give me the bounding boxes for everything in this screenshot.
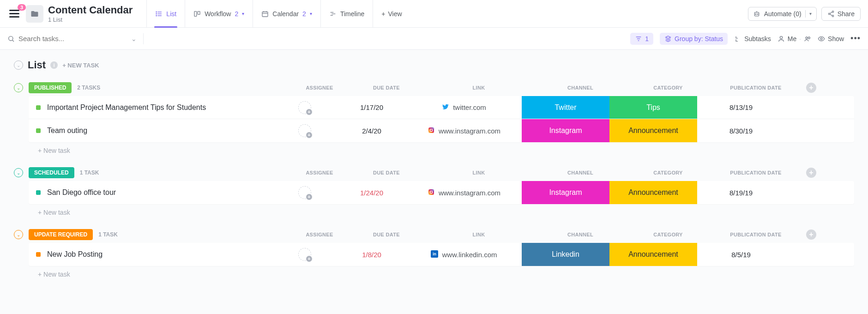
view-label: Timeline — [340, 10, 364, 18]
category-tag[interactable]: Tips — [609, 96, 697, 119]
new-task-button[interactable]: + New task — [38, 271, 854, 278]
column-due-date[interactable]: DUE DATE — [352, 232, 421, 237]
category-tag[interactable]: Announcement — [609, 181, 697, 204]
publication-date[interactable]: 8/30/19 — [697, 127, 785, 135]
task-name[interactable]: Important Project Management Tips for St… — [47, 103, 206, 112]
instagram-icon — [428, 188, 435, 197]
sidebar-toggle[interactable]: 3 — [7, 8, 21, 19]
task-name[interactable]: Team outing — [47, 127, 87, 135]
more-options-button[interactable]: ••• — [850, 34, 861, 43]
collapse-list-button[interactable]: ⌄ — [14, 60, 23, 70]
publication-date[interactable]: 8/5/19 — [697, 251, 785, 259]
channel-tag[interactable]: Linkedin — [522, 243, 609, 266]
filter-button[interactable]: 1 — [630, 33, 653, 45]
link-cell[interactable]: www.instagram.com — [406, 127, 522, 135]
assignee-placeholder[interactable] — [298, 186, 311, 199]
column-publication-date[interactable]: PUBLICATION DATE — [712, 232, 800, 237]
publication-date[interactable]: 8/19/19 — [697, 189, 785, 197]
category-tag[interactable]: Announcement — [609, 119, 697, 142]
share-button[interactable]: Share — [821, 7, 861, 21]
chevron-down-icon[interactable]: ⌄ — [131, 35, 137, 42]
column-assignee[interactable]: ASSIGNEE — [287, 232, 352, 237]
status-dot[interactable] — [36, 190, 41, 195]
me-filter-button[interactable]: Me · — [778, 35, 811, 42]
assignees-icon[interactable] — [804, 35, 811, 42]
assignee-placeholder[interactable] — [298, 248, 311, 261]
link-cell[interactable]: twitter.com — [406, 103, 522, 112]
status-dot[interactable] — [36, 252, 41, 257]
show-button[interactable]: Show — [818, 35, 844, 42]
column-category[interactable]: CATEGORY — [624, 170, 712, 175]
status-pill[interactable]: UPDATE REQUIRED — [29, 229, 93, 240]
column-publication-date[interactable]: PUBLICATION DATE — [712, 85, 800, 91]
column-link[interactable]: LINK — [421, 232, 536, 237]
add-column-button[interactable]: + — [806, 168, 816, 178]
assignee-placeholder[interactable] — [298, 124, 311, 137]
task-count: 1 TASK — [80, 169, 99, 176]
task-row[interactable]: San Diego office tour 1/24/20 www.instag… — [29, 181, 854, 204]
view-tab-timeline[interactable]: Timeline — [320, 0, 373, 28]
add-view-button[interactable]: + View — [373, 0, 410, 28]
due-date[interactable]: 2/4/20 — [337, 127, 406, 135]
new-task-button[interactable]: + New task — [38, 147, 854, 154]
new-task-button[interactable]: + NEW TASK — [62, 62, 99, 69]
svg-point-30 — [806, 37, 808, 39]
linkedin-icon: in — [431, 250, 438, 259]
view-tab-list[interactable]: List — [146, 0, 185, 28]
column-link[interactable]: LINK — [421, 170, 536, 175]
chevron-down-icon[interactable]: ▾ — [809, 11, 812, 16]
add-column-button[interactable]: + — [806, 229, 816, 240]
new-task-button[interactable]: + New task — [38, 209, 854, 216]
due-date[interactable]: 1/8/20 — [337, 251, 406, 259]
task-row[interactable]: Important Project Management Tips for St… — [29, 96, 854, 119]
collapse-group-button[interactable]: ⌄ — [14, 83, 23, 92]
column-channel[interactable]: CHANNEL — [536, 232, 624, 237]
column-channel[interactable]: CHANNEL — [536, 85, 624, 91]
column-publication-date[interactable]: PUBLICATION DATE — [712, 170, 800, 175]
column-assignee[interactable]: ASSIGNEE — [287, 170, 352, 175]
status-pill[interactable]: SCHEDULED — [29, 167, 74, 178]
subtasks-button[interactable]: Subtasks — [734, 35, 771, 42]
view-tab-workflow[interactable]: Workflow 2 ▾ — [185, 0, 253, 28]
due-date[interactable]: 1/24/20 — [337, 189, 406, 197]
link-text: www.instagram.com — [439, 189, 500, 197]
column-due-date[interactable]: DUE DATE — [352, 170, 421, 175]
status-pill[interactable]: PUBLISHED — [29, 82, 72, 93]
column-category[interactable]: CATEGORY — [624, 85, 712, 91]
collapse-group-button[interactable]: ⌄ — [14, 230, 23, 239]
task-row[interactable]: Team outing 2/4/20 www.instagram.com Ins… — [29, 119, 854, 142]
assignee-placeholder[interactable] — [298, 101, 311, 114]
column-category[interactable]: CATEGORY — [624, 232, 712, 237]
collapse-group-button[interactable]: ⌄ — [14, 168, 23, 177]
column-link[interactable]: LINK — [421, 85, 536, 91]
task-name[interactable]: San Diego office tour — [47, 188, 116, 197]
channel-tag[interactable]: Twitter — [522, 96, 609, 119]
svg-rect-7 — [198, 11, 200, 14]
channel-tag[interactable]: Instagram — [522, 119, 609, 142]
status-dot[interactable] — [36, 105, 41, 110]
page-title: Content Calendar — [48, 4, 133, 16]
view-tab-calendar[interactable]: Calendar 2 ▾ — [253, 0, 320, 28]
link-cell[interactable]: www.instagram.com — [406, 188, 522, 197]
svg-point-3 — [156, 12, 157, 12]
status-dot[interactable] — [36, 128, 41, 133]
group-by-button[interactable]: Group by: Status — [660, 33, 728, 45]
me-label: Me — [788, 35, 796, 42]
column-due-date[interactable]: DUE DATE — [352, 85, 421, 91]
channel-tag[interactable]: Instagram — [522, 181, 609, 204]
svg-line-23 — [830, 14, 832, 15]
task-row[interactable]: New Job Posting 1/8/20 in www.linkedin.c… — [29, 243, 854, 266]
link-cell[interactable]: in www.linkedin.com — [406, 250, 522, 259]
column-channel[interactable]: CHANNEL — [536, 170, 624, 175]
task-name[interactable]: New Job Posting — [47, 250, 102, 259]
folder-icon[interactable] — [26, 5, 43, 23]
add-column-button[interactable]: + — [806, 83, 816, 93]
info-icon[interactable]: i — [50, 61, 58, 69]
automate-button[interactable]: Automate (0) ▾ — [748, 7, 817, 21]
svg-line-25 — [12, 40, 14, 41]
category-tag[interactable]: Announcement — [609, 243, 697, 266]
publication-date[interactable]: 8/13/19 — [697, 103, 785, 111]
due-date[interactable]: 1/17/20 — [337, 103, 406, 111]
column-assignee[interactable]: ASSIGNEE — [287, 85, 352, 91]
search-input[interactable] — [18, 35, 127, 42]
